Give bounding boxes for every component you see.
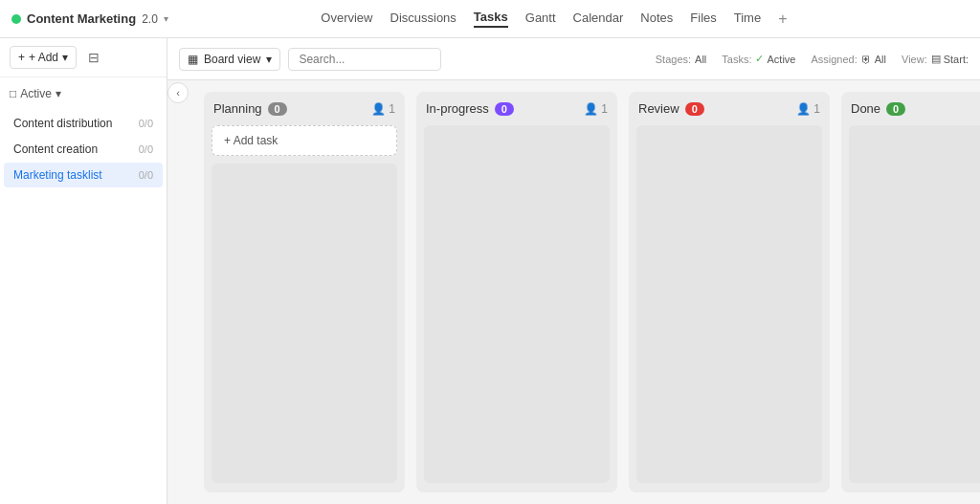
toolbar-right: Stages: All Tasks: ✓ Active Assigned: ⛨ … <box>656 53 969 65</box>
sidebar-item-count: 0/0 <box>139 118 153 129</box>
sidebar-item-label: Content distribution <box>13 117 112 130</box>
project-title: Content Marketing <box>27 11 136 26</box>
view-filter: View: ▤ Start: <box>902 53 969 65</box>
project-status-dot <box>11 14 21 24</box>
assigned-label: Assigned: <box>811 54 857 65</box>
assigned-value[interactable]: ⛨ All <box>861 54 886 65</box>
assign-count: 1 <box>601 102 608 116</box>
column-title-inprogress: In-progress 0 <box>426 101 514 116</box>
people-icon: 👤 <box>371 102 386 116</box>
column-header-planning: Planning 0 👤 1 <box>212 101 397 116</box>
filter-button[interactable]: ⊟ <box>84 46 103 69</box>
sidebar-item-content-distribution[interactable]: Content distribution 0/0 <box>4 111 163 136</box>
board-view-button[interactable]: ▦ Board view ▾ <box>179 48 280 71</box>
add-plus-icon: + <box>18 51 25 64</box>
stages-label: Stages: <box>656 54 691 65</box>
people-icon: 👤 <box>584 102 598 116</box>
nav-calendar[interactable]: Calendar <box>573 11 624 27</box>
project-dropdown-arrow[interactable]: ▾ <box>164 13 168 24</box>
nav-files[interactable]: Files <box>690 11 716 27</box>
board-view-label: Board view <box>204 53 260 66</box>
tasks-val-text: Active <box>767 54 795 65</box>
stages-value[interactable]: All <box>695 54 706 65</box>
empty-card-inprogress <box>424 125 610 483</box>
nav-discussions[interactable]: Discussions <box>390 11 457 27</box>
check-icon: ✓ <box>755 53 764 65</box>
empty-card-review <box>636 125 822 483</box>
assign-count: 1 <box>813 102 820 116</box>
active-label-text: Active <box>20 87 52 100</box>
column-header-inprogress: In-progress 0 👤 1 <box>424 101 610 116</box>
column-header-review: Review 0 👤 1 <box>636 101 822 116</box>
done-label: Done <box>851 101 880 116</box>
inprogress-assign: 👤 1 <box>584 102 608 116</box>
tasks-label: Tasks: <box>722 54 751 65</box>
folder-icon: □ <box>10 87 16 100</box>
active-arrow-icon: ▾ <box>56 87 61 100</box>
add-task-button[interactable]: + Add task <box>212 125 397 156</box>
planning-badge: 0 <box>268 102 287 116</box>
sidebar-toolbar: + + Add ▾ ⊟ <box>0 38 167 77</box>
people-icon: 👤 <box>796 102 811 116</box>
add-task-label: + Add task <box>224 134 278 147</box>
assign-count: 1 <box>389 102 395 116</box>
board-column-planning: Planning 0 👤 1 + Add task <box>204 92 405 493</box>
project-version: 2.0 <box>142 12 158 26</box>
planning-assign: 👤 1 <box>371 102 395 116</box>
board: Planning 0 👤 1 + Add task <box>192 80 980 504</box>
assigned-filter: Assigned: ⛨ All <box>811 54 886 65</box>
board-column-review: Review 0 👤 1 <box>629 92 830 493</box>
main-layout: + + Add ▾ ⊟ □ Active ▾ Content distribut… <box>0 38 980 504</box>
content-toolbar: ▦ Board view ▾ Stages: All Tasks: ✓ Acti… <box>167 38 980 80</box>
search-input[interactable] <box>288 48 441 71</box>
board-view-icon: ▦ <box>188 53 198 66</box>
board-column-done: Done 0 👤 1 <box>841 92 980 493</box>
review-label: Review <box>638 101 679 116</box>
toolbar-left: ▦ Board view ▾ <box>179 48 441 71</box>
active-filter[interactable]: □ Active ▾ <box>10 83 157 104</box>
column-title-planning: Planning 0 <box>213 101 287 116</box>
view-value[interactable]: ▤ Start: <box>931 53 969 65</box>
nav-notes[interactable]: Notes <box>640 11 673 27</box>
top-nav: Content Marketing 2.0 ▾ Overview Discuss… <box>0 0 980 38</box>
review-badge: 0 <box>685 102 704 116</box>
review-assign: 👤 1 <box>796 102 820 116</box>
nav-gantt[interactable]: Gantt <box>525 11 556 27</box>
view-icon: ▤ <box>931 53 941 65</box>
add-arrow-icon: ▾ <box>62 51 68 64</box>
sidebar: + + Add ▾ ⊟ □ Active ▾ Content distribut… <box>0 38 167 504</box>
sidebar-item-count: 0/0 <box>139 143 153 155</box>
sidebar-item-label: Content creation <box>13 142 98 156</box>
sidebar-items-list: Content distribution 0/0 Content creatio… <box>0 110 167 188</box>
view-val-text: Start: <box>944 54 969 65</box>
done-badge: 0 <box>886 102 905 116</box>
nav-links: Overview Discussions Tasks Gantt Calenda… <box>321 10 787 28</box>
planning-label: Planning <box>213 101 262 116</box>
board-column-inprogress: In-progress 0 👤 1 <box>416 92 617 493</box>
nav-plus-button[interactable]: + <box>778 11 787 28</box>
inprogress-badge: 0 <box>495 102 514 116</box>
column-header-done: Done 0 👤 1 <box>849 101 980 116</box>
project-info: Content Marketing 2.0 ▾ <box>11 11 168 26</box>
sidebar-item-count: 0/0 <box>139 169 153 181</box>
nav-overview[interactable]: Overview <box>321 11 372 27</box>
board-with-collapse: ‹ Planning 0 👤 1 <box>167 80 980 504</box>
sidebar-item-marketing-tasklist[interactable]: Marketing tasklist 0/0 <box>4 163 163 187</box>
sidebar-item-label: Marketing tasklist <box>13 168 102 182</box>
board-view-arrow-icon: ▾ <box>266 53 272 66</box>
sidebar-section: □ Active ▾ <box>0 77 167 110</box>
add-button[interactable]: + + Add ▾ <box>10 46 77 69</box>
nav-time[interactable]: Time <box>734 11 761 27</box>
tasks-value[interactable]: ✓ Active <box>755 53 795 65</box>
tasks-filter: Tasks: ✓ Active <box>722 53 795 65</box>
column-title-done: Done 0 <box>851 101 905 116</box>
add-label: + Add <box>29 51 58 64</box>
collapse-sidebar-button[interactable]: ‹ <box>167 82 189 103</box>
empty-card-done <box>849 125 980 483</box>
nav-tasks[interactable]: Tasks <box>474 10 508 28</box>
empty-card-planning <box>212 164 397 483</box>
view-label: View: <box>902 54 927 65</box>
sidebar-item-content-creation[interactable]: Content creation 0/0 <box>4 137 163 162</box>
assigned-val-text: All <box>875 54 886 65</box>
people-icon: ⛨ <box>861 54 872 65</box>
